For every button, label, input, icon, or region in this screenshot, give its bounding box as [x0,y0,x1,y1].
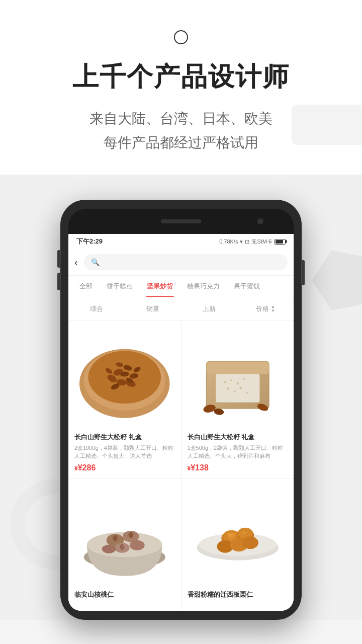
tab-biscuits[interactable]: 饼干糕点 [100,276,140,297]
product-price-2: ¥138 [188,463,288,472]
network-speed: 0.78K/s [219,238,238,245]
main-title: 上千个产品设计师 [20,59,342,95]
subtitle-line2: 每件产品都经过严格试用 [104,135,258,150]
phone-screen: 下午2:29 0.78K/s ▾ ⊡ 无SIM卡 ‹ � [68,234,294,610]
svg-point-23 [227,387,229,390]
svg-point-22 [243,378,245,380]
svg-point-47 [242,531,245,534]
status-right: 0.78K/s ▾ ⊡ 无SIM卡 [219,238,286,246]
sort-price[interactable]: 价格 ▲ ▼ [237,300,294,317]
signal-icon: ⊡ [245,238,249,245]
decorative-shape [292,105,362,145]
svg-point-20 [230,379,232,381]
sort-sales[interactable]: 销量 [125,300,181,317]
tab-dried-fruits[interactable]: 果干蜜饯 [227,276,267,297]
category-tabs: 全部 饼干糕点 坚果炒货 糖果巧克力 果干蜜饯 [68,276,294,297]
phone-notch [68,209,294,234]
product-image-2 [188,327,288,428]
wifi-icon: ▾ [240,238,243,245]
svg-point-21 [236,382,239,385]
svg-point-35 [102,544,116,553]
tab-candy[interactable]: 糖果巧克力 [180,276,227,297]
sort-tabs: 综合 销量 上新 价格 ▲ ▼ [68,297,294,321]
product-card-2[interactable]: 长白山野生大松籽 礼盒 1盒500g，2袋装，颗颗人工开口、粒粒人工精选、个头大… [182,321,294,478]
sim-status: 无SIM卡 [251,238,273,246]
product-card-3[interactable]: 临安山核桃仁 [68,479,181,611]
svg-point-24 [233,390,235,392]
deco-wing [312,250,362,310]
price-sort-arrows: ▲ ▼ [271,305,275,313]
svg-point-36 [130,540,145,550]
status-time: 下午2:29 [76,237,103,246]
tab-all[interactable]: 全部 [72,276,100,297]
svg-point-2 [88,351,161,404]
sort-comprehensive[interactable]: 综合 [68,300,125,317]
search-area: ‹ 🔍 [68,249,294,276]
volume-down-button [57,273,60,290]
subtitle-line1: 来自大陆、台湾、日本、欧美 [89,111,273,126]
search-icon: 🔍 [91,258,100,266]
product-image-4 [188,485,288,586]
product-name-3: 临安山核桃仁 [74,590,175,599]
volume-up-button [57,250,60,268]
product-image-1 [74,327,175,428]
svg-rect-17 [206,362,269,374]
product-card-1[interactable]: 长白山野生大松籽 礼盒 2盒1000g，4袋装，颗颗人工开口、粒粒人工精选、个头… [68,321,181,478]
phone-speaker [161,219,201,223]
product-card-4[interactable]: 香甜粉糯的迁西板栗仁 [182,479,294,611]
search-input-box[interactable]: 🔍 [84,254,288,270]
svg-point-46 [227,533,232,537]
svg-point-25 [239,387,242,389]
circle-icon [174,30,188,44]
sort-newest[interactable]: 上新 [181,300,237,317]
product-name-1: 长白山野生大松籽 礼盒 [74,433,175,442]
phone-frame: 下午2:29 0.78K/s ▾ ⊡ 无SIM卡 ‹ � [60,200,302,619]
product-desc-1: 2盒1000g，4袋装，颗颗人工开口、粒粒人工精选、个头超大，送人首选 [74,444,175,460]
phone-wrapper: 下午2:29 0.78K/s ▾ ⊡ 无SIM卡 ‹ � [60,200,302,619]
product-image-3 [74,485,175,586]
product-grid: 长白山野生大松籽 礼盒 2盒1000g，4袋装，颗颗人工开口、粒粒人工精选、个头… [68,321,294,610]
svg-rect-18 [216,374,259,403]
product-name-4: 香甜粉糯的迁西板栗仁 [188,590,288,599]
back-button[interactable]: ‹ [74,257,78,268]
battery-fill [276,240,283,244]
power-button [302,260,305,285]
product-name-2: 长白山野生大松籽 礼盒 [188,433,288,442]
battery-icon [275,239,286,245]
status-bar: 下午2:29 0.78K/s ▾ ⊡ 无SIM卡 [68,234,294,249]
product-price-1: ¥286 [74,463,175,472]
phone-camera [257,218,263,224]
svg-point-45 [242,536,258,549]
svg-point-26 [246,392,248,394]
phone-section: 下午2:29 0.78K/s ▾ ⊡ 无SIM卡 ‹ � [0,175,362,619]
tab-nuts[interactable]: 坚果炒货 [140,276,180,297]
product-desc-2: 1盒500g，2袋装，颗颗人工开口、粒粒人工精选、个头大，赠剥片和麻布 [188,444,288,460]
top-section: 上千个产品设计师 来自大陆、台湾、日本、欧美 每件产品都经过严格试用 [0,0,362,175]
svg-point-19 [224,381,226,383]
